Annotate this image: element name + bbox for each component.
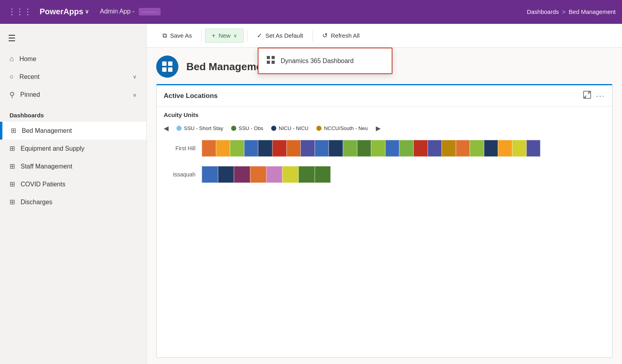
bar-segment xyxy=(512,140,526,157)
bar-segment xyxy=(399,140,413,157)
chart-row-firsthill: First Hill xyxy=(164,140,605,157)
sidebar-item-staff-management[interactable]: ⊞ Staff Management xyxy=(0,157,146,175)
bar-segment xyxy=(413,140,428,157)
set-default-button[interactable]: ✓ Set As Default xyxy=(251,29,309,42)
expand-icon[interactable] xyxy=(583,91,591,101)
chevron-down-icon[interactable]: ∨ xyxy=(133,92,137,98)
chart-legend: ◀ SSU - Short Stay SSU - Obs NICU - NICU… xyxy=(157,121,612,137)
dynamics-dashboard-icon xyxy=(266,56,275,66)
main-layout: ☰ ⌂ Home ○ Recent ∨ ⚲ Pinned ∨ Dashboard… xyxy=(0,24,622,364)
legend-dot xyxy=(231,126,236,131)
legend-dot xyxy=(271,126,276,131)
sidebar-item-equipment-supply[interactable]: ⊞ Equipment and Supply xyxy=(0,140,146,157)
bar-segment xyxy=(315,140,329,157)
grid-icon[interactable]: ⋮⋮⋮ xyxy=(6,5,33,18)
bar-segment xyxy=(498,140,512,157)
recent-icon: ○ xyxy=(10,73,14,81)
svg-rect-0 xyxy=(267,56,270,59)
bar-segment xyxy=(526,140,541,157)
bar-segment xyxy=(329,140,343,157)
legend-prev-arrow[interactable]: ◀ xyxy=(164,125,168,132)
bar-segment xyxy=(244,140,258,157)
sidebar-item-discharges[interactable]: ⊞ Discharges xyxy=(0,193,146,211)
bar-segment xyxy=(287,140,301,157)
new-chevron[interactable]: ∨ xyxy=(233,33,237,38)
sidebar-item-home[interactable]: ⌂ Home xyxy=(0,50,146,68)
chart-bars-firsthill xyxy=(202,140,605,157)
logo-chevron[interactable]: ∨ xyxy=(85,8,89,15)
svg-rect-4 xyxy=(162,61,167,66)
new-icon: + xyxy=(212,32,215,39)
sidebar-item-pinned[interactable]: ⚲ Pinned ∨ xyxy=(0,86,146,104)
sidebar-item-label: Recent xyxy=(19,73,40,80)
refresh-all-button[interactable]: ↺ Refresh All xyxy=(316,29,366,42)
toolbar-separator xyxy=(201,30,202,42)
toolbar-separator-2 xyxy=(247,30,247,42)
sidebar-dash-label: Equipment and Supply xyxy=(21,145,84,152)
sidebar-dash-label: Bed Management xyxy=(22,127,72,134)
bar-segment xyxy=(385,140,400,157)
bar-segment xyxy=(216,140,230,157)
chevron-down-icon[interactable]: ∨ xyxy=(133,74,137,80)
sidebar-dash-label: Discharges xyxy=(21,199,52,206)
app-logo[interactable]: PowerApps ∨ xyxy=(40,7,89,16)
set-default-label: Set As Default xyxy=(265,32,303,39)
chart-row-issaquah: Issaquah xyxy=(164,166,605,183)
legend-label: SSU - Obs xyxy=(239,125,263,131)
new-button[interactable]: + New ∨ xyxy=(205,29,244,43)
dashboard-avatar xyxy=(156,56,178,78)
legend-dot xyxy=(316,126,322,131)
chart-area: First Hill Issaquah xyxy=(157,137,612,195)
svg-rect-1 xyxy=(272,56,275,59)
save-as-button[interactable]: ⧉ Save As xyxy=(156,29,198,42)
bar-segment xyxy=(299,166,315,183)
active-indicator xyxy=(1,122,2,140)
bar-segment xyxy=(484,140,498,157)
sidebar-item-label: Home xyxy=(19,56,36,63)
svg-rect-2 xyxy=(267,61,270,64)
content-area: ⧉ Save As + New ∨ ✓ Set As Default ↺ Ref… xyxy=(147,24,622,364)
sidebar-item-label: Pinned xyxy=(20,91,40,98)
legend-label: SSU - Short Stay xyxy=(184,125,223,131)
bar-segment xyxy=(442,140,456,157)
legend-item-nccu: NCCU/South - Neu xyxy=(316,125,368,131)
toolbar-separator-3 xyxy=(312,30,313,42)
toolbar: ⧉ Save As + New ∨ ✓ Set As Default ↺ Ref… xyxy=(147,24,622,48)
legend-dot xyxy=(176,126,182,131)
powerapps-title: PowerApps xyxy=(40,7,83,16)
bar-segment xyxy=(456,140,470,157)
bar-segment xyxy=(357,140,371,157)
bar-segment xyxy=(272,140,287,157)
bar-segment xyxy=(371,140,385,157)
bar-segment xyxy=(300,140,315,157)
hamburger-menu[interactable]: ☰ xyxy=(0,30,146,50)
sidebar-item-covid-patients[interactable]: ⊞ COVID Patients xyxy=(0,175,146,193)
bar-segment xyxy=(282,166,299,183)
svg-rect-5 xyxy=(168,61,172,66)
breadcrumb-current: Bed Management xyxy=(569,8,616,15)
new-label: New xyxy=(218,32,230,39)
dashboard-icon: ⊞ xyxy=(10,198,15,206)
bar-segment xyxy=(470,140,484,157)
dashboard-icon: ⊞ xyxy=(10,180,15,188)
breadcrumb: Dashboards > Bed Management xyxy=(527,8,616,15)
legend-item-nicu: NICU - NICU xyxy=(271,125,308,131)
chart-row-label: Issaquah xyxy=(164,171,195,178)
legend-next-arrow[interactable]: ▶ xyxy=(376,125,381,132)
legend-label: NCCU/South - Neu xyxy=(324,125,368,131)
more-options-icon[interactable]: ··· xyxy=(596,91,605,100)
set-default-icon: ✓ xyxy=(257,32,262,39)
dynamics-365-dashboard-item[interactable]: Dynamics 365 Dashboard xyxy=(258,48,392,73)
bar-segment xyxy=(202,166,218,183)
hamburger-icon[interactable]: ☰ xyxy=(8,33,16,43)
pin-icon: ⚲ xyxy=(10,90,15,99)
svg-rect-6 xyxy=(162,67,167,72)
bar-segment xyxy=(428,140,442,157)
sidebar-item-recent[interactable]: ○ Recent ∨ xyxy=(0,68,146,86)
bar-segment xyxy=(258,140,272,157)
sidebar-dash-label: Staff Management xyxy=(21,163,72,170)
sidebar-item-bed-management[interactable]: ⊞ Bed Management xyxy=(0,122,146,140)
chart-subtitle: Acuity Units xyxy=(157,107,612,121)
bar-segment xyxy=(234,166,250,183)
refresh-label: Refresh All xyxy=(331,32,360,39)
